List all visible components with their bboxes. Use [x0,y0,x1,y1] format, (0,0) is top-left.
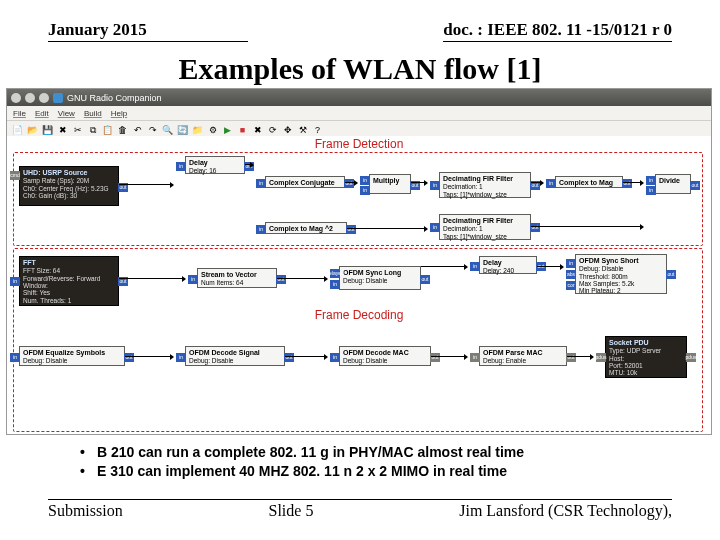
wire [531,182,543,183]
tb-generate-icon[interactable]: ⚙ [206,124,219,137]
port-in0[interactable]: in [360,176,370,185]
block-usrp-source[interactable]: UHD: USRP Source Samp Rate (Sps): 20M Ch… [19,166,119,206]
tb-copy-icon[interactable]: ⧉ [86,124,99,137]
bullet-item: •B 210 can run a complete 802. 11 g in P… [80,443,720,462]
port-in[interactable]: in [330,280,340,289]
port-out[interactable]: out [530,223,540,232]
port-abs[interactable]: abs [566,270,576,279]
block-param: Taps: [1]*window_size [443,191,527,198]
block-ofdm-equalize-symbols[interactable]: OFDM Equalize Symbols Debug: Disable in … [19,346,125,366]
tb-reload-icon[interactable]: ⟳ [266,124,279,137]
block-param: Samp Rate (Sps): 20M [23,177,115,184]
port-in[interactable]: in [10,353,20,362]
window-maximize-icon[interactable] [39,93,49,103]
port-out[interactable]: out [566,353,576,362]
port-in[interactable]: in [330,353,340,362]
tb-run-icon[interactable]: ▶ [221,124,234,137]
tb-undo-icon[interactable]: ↶ [131,124,144,137]
block-param: FFT Size: 64 [23,267,115,274]
wire [347,228,427,229]
menu-build[interactable]: Build [84,109,102,118]
bullet-marker-icon: • [80,443,85,462]
port-out[interactable]: out [690,181,700,190]
port-in1[interactable]: in [646,186,656,195]
port-in[interactable]: in [256,225,266,234]
port-pdus-out[interactable]: pdus [686,353,696,362]
block-ofdm-sync-long[interactable]: OFDM Sync Long Debug: Disable delayed in… [339,266,421,290]
block-title: OFDM Sync Short [579,257,663,265]
tb-close-icon[interactable]: ✖ [56,124,69,137]
block-param: Taps: [1]*window_size [443,233,527,240]
menu-file[interactable]: File [13,109,26,118]
port-in[interactable]: in [256,179,266,188]
block-socket-pdu[interactable]: Socket PDU Type: UDP Server Host: Port: … [605,336,687,378]
port-pdus[interactable]: pdus [596,353,606,362]
block-title: FFT [23,259,115,267]
port-in[interactable]: in [176,353,186,362]
tb-new-icon[interactable]: 📄 [11,124,24,137]
tb-pan-icon[interactable]: ✥ [281,124,294,137]
port-out[interactable]: out [420,275,430,284]
port-out[interactable]: out [666,270,676,279]
block-ofdm-parse-mac[interactable]: OFDM Parse MAC Debug: Enable in out [479,346,567,366]
port-in[interactable]: in [546,179,556,188]
block-complex-conjugate[interactable]: Complex Conjugate in out [265,176,345,188]
block-complex-to-mag[interactable]: Complex to Mag in out [555,176,623,188]
port-out[interactable]: out [622,179,632,188]
flowgraph-canvas[interactable]: Frame Detection UHD: USRP Source Samp Ra… [7,136,711,434]
block-delay-2[interactable]: Delay Delay: 240 in out [479,256,537,274]
block-ofdm-decode-signal[interactable]: OFDM Decode Signal Debug: Disable in out [185,346,285,366]
tb-paste-icon[interactable]: 📋 [101,124,114,137]
port-in[interactable]: in [566,259,576,268]
port-cor[interactable]: cor [566,281,576,290]
tb-kill-icon[interactable]: ✖ [251,124,264,137]
block-ofdm-sync-short[interactable]: OFDM Sync Short Debug: Disable Threshold… [575,254,667,294]
port-out[interactable]: out [276,275,286,284]
block-stream-to-vector[interactable]: Stream to Vector Num Items: 64 in out [197,268,277,288]
block-fft[interactable]: FFT FFT Size: 64 Forward/Reverse: Forwar… [19,256,119,306]
menu-view[interactable]: View [58,109,75,118]
port-in1[interactable]: in [360,186,370,195]
tb-rotate-icon[interactable]: 🔄 [176,124,189,137]
tb-help-icon[interactable]: ? [311,124,324,137]
port-in[interactable]: in [10,277,20,286]
wire [277,278,327,279]
port-in[interactable]: in [188,275,198,284]
port-delayed[interactable]: delayed [330,269,340,278]
block-title: Complex to Mag ^2 [269,225,343,233]
footer-left: Submission [48,502,123,520]
port-out[interactable]: out [346,225,356,234]
tb-zoom-icon[interactable]: 🔍 [161,124,174,137]
tb-save-icon[interactable]: 💾 [41,124,54,137]
block-ofdm-decode-mac[interactable]: OFDM Decode MAC Debug: Disable in out [339,346,431,366]
port-out[interactable]: out [430,353,440,362]
port-in[interactable]: in [176,162,186,171]
window-close-icon[interactable] [11,93,21,103]
block-fir-filter-1[interactable]: Decimating FIR Filter Decimation: 1 Taps… [439,172,531,198]
menu-help[interactable]: Help [111,109,127,118]
block-multiply[interactable]: Multiply in in out [369,174,411,194]
block-title: OFDM Sync Long [343,269,417,277]
tb-open2-icon[interactable]: 📁 [191,124,204,137]
tb-cut-icon[interactable]: ✂ [71,124,84,137]
port-in[interactable]: in [470,353,480,362]
port-in[interactable]: in [430,181,440,190]
block-delay[interactable]: Delay Delay: 16 in out [185,156,245,174]
block-divide[interactable]: Divide in in out [655,174,691,194]
tb-redo-icon[interactable]: ↷ [146,124,159,137]
port-in0[interactable]: in [646,176,656,185]
port-in[interactable]: in [470,262,480,271]
port-cmd[interactable]: cmd [10,171,20,180]
block-complex-to-mag2[interactable]: Complex to Mag ^2 in out [265,222,347,234]
tb-stop-icon[interactable]: ■ [236,124,249,137]
port-out[interactable]: out [284,353,294,362]
tb-open-icon[interactable]: 📂 [26,124,39,137]
port-out[interactable]: out [344,179,354,188]
tb-opts-icon[interactable]: ⚒ [296,124,309,137]
port-out[interactable]: out [124,353,134,362]
block-fir-filter-2[interactable]: Decimating FIR Filter Decimation: 1 Taps… [439,214,531,240]
port-in[interactable]: in [430,223,440,232]
window-minimize-icon[interactable] [25,93,35,103]
menu-edit[interactable]: Edit [35,109,49,118]
tb-delete-icon[interactable]: 🗑 [116,124,129,137]
